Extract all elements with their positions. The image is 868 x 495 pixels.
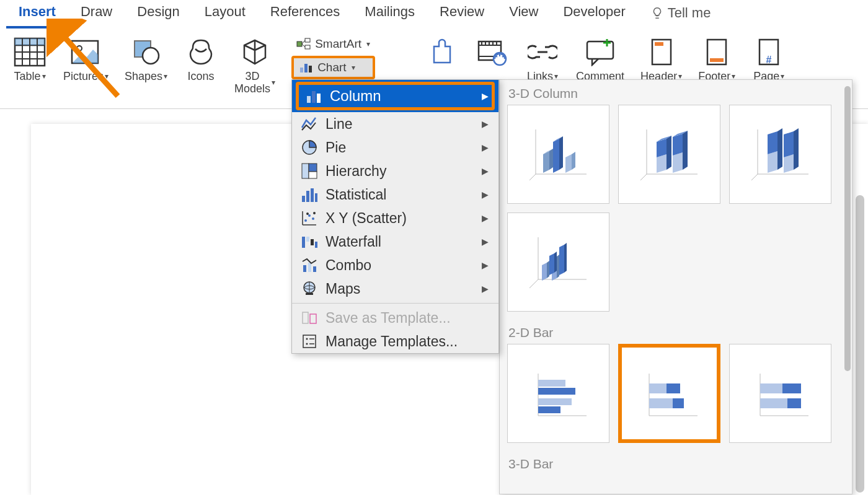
- hierarchy-chart-icon: [301, 162, 318, 180]
- tab-review[interactable]: Review: [427, 0, 497, 28]
- 3d-models-label: 3D Models: [234, 71, 270, 95]
- menu-item-combo[interactable]: Combo ▶: [292, 253, 498, 277]
- smartart-button[interactable]: SmartArt ▾: [291, 35, 375, 53]
- svg-rect-88: [538, 388, 575, 395]
- menu-label: Save as Template...: [326, 310, 451, 326]
- tab-references[interactable]: References: [258, 0, 353, 28]
- svg-point-9: [77, 46, 82, 51]
- comment-button[interactable]: Comment: [576, 35, 624, 83]
- tab-insert[interactable]: Insert: [6, 0, 68, 28]
- menu-item-pie[interactable]: Pie ▶: [292, 136, 498, 159]
- svg-rect-58: [306, 237, 309, 242]
- gallery-2d-100-stacked-bar[interactable]: [729, 344, 831, 443]
- tab-draw[interactable]: Draw: [68, 0, 125, 28]
- gallery-section-2d-bar: 2-D Bar: [500, 319, 852, 344]
- svg-rect-35: [710, 58, 724, 62]
- menu-item-column[interactable]: Column ▶: [292, 80, 498, 112]
- gallery-3d-clustered-column[interactable]: [507, 105, 609, 204]
- pie-chart-icon: [301, 139, 318, 156]
- menu-label: Combo: [326, 257, 371, 274]
- tab-view[interactable]: View: [497, 0, 551, 28]
- submenu-arrow-icon: ▶: [482, 260, 489, 270]
- menu-item-hierarchy[interactable]: Hierarchy ▶: [292, 159, 498, 183]
- page-number-icon: #: [751, 35, 786, 69]
- chart-label: Chart: [317, 61, 346, 74]
- shapes-button[interactable]: Shapes▾: [125, 35, 167, 83]
- submenu-arrow-icon: ▶: [482, 119, 489, 129]
- svg-rect-26: [492, 42, 494, 45]
- page-number-button[interactable]: # Page▾: [751, 35, 786, 83]
- chart-icon: [299, 61, 314, 74]
- 3d-models-button[interactable]: 3D Models▾: [234, 35, 275, 95]
- tab-mailings[interactable]: Mailings: [352, 0, 427, 28]
- svg-rect-44: [309, 164, 317, 172]
- svg-rect-40: [312, 91, 316, 103]
- svg-rect-67: [310, 314, 316, 323]
- tab-design[interactable]: Design: [125, 0, 192, 28]
- addins-button[interactable]: [423, 35, 458, 82]
- gallery-2d-clustered-bar[interactable]: [507, 344, 609, 443]
- svg-rect-49: [315, 193, 317, 202]
- chart-button[interactable]: Chart ▾: [291, 56, 375, 79]
- svg-rect-94: [666, 383, 680, 393]
- menu-item-manage-templates[interactable]: Manage Templates...: [292, 330, 498, 353]
- menu-label: Hierarchy: [326, 163, 386, 180]
- chevron-down-icon: ▾: [105, 72, 108, 81]
- svg-rect-66: [303, 312, 308, 323]
- svg-rect-61: [303, 265, 306, 272]
- svg-rect-27: [496, 42, 497, 45]
- table-button[interactable]: Table▾: [12, 35, 47, 83]
- menu-label: Column: [330, 87, 381, 105]
- svg-point-56: [313, 212, 316, 214]
- svg-rect-47: [306, 191, 309, 202]
- comment-icon: [583, 35, 618, 69]
- svg-rect-29: [587, 42, 613, 59]
- gallery-2d-stacked-bar[interactable]: [618, 344, 720, 443]
- gallery-section-3d-column: 3-D Column: [500, 80, 852, 105]
- menu-item-waterfall[interactable]: Waterfall ▶: [292, 230, 498, 253]
- submenu-arrow-icon: ▶: [482, 166, 489, 176]
- menu-label: Waterfall: [326, 234, 381, 250]
- svg-rect-101: [760, 398, 787, 408]
- svg-line-81: [751, 174, 758, 180]
- svg-rect-59: [311, 239, 314, 245]
- submenu-arrow-icon: ▶: [482, 284, 489, 294]
- menu-item-scatter[interactable]: X Y (Scatter) ▶: [292, 206, 498, 230]
- menu-item-maps[interactable]: Maps ▶: [292, 277, 498, 300]
- chart-type-menu: Column ▶ Line ▶ Pie ▶ Hierarchy ▶ Statis…: [291, 79, 499, 354]
- svg-point-69: [306, 338, 308, 340]
- menu-label: Statistical: [326, 186, 386, 203]
- tab-developer[interactable]: Developer: [551, 0, 637, 28]
- links-button[interactable]: Links▾: [525, 35, 560, 83]
- gallery-3d-stacked-column[interactable]: [618, 105, 720, 204]
- icons-button[interactable]: Icons: [184, 35, 218, 83]
- submenu-arrow-icon: ▶: [482, 190, 489, 199]
- svg-rect-63: [313, 266, 316, 272]
- svg-rect-23: [481, 42, 482, 45]
- gallery-3d-column[interactable]: [507, 212, 609, 312]
- svg-point-54: [312, 217, 314, 220]
- svg-rect-12: [297, 42, 302, 46]
- svg-point-52: [304, 219, 307, 222]
- menu-label: Pie: [326, 139, 346, 156]
- document-scrollbar[interactable]: [856, 195, 864, 493]
- tab-layout[interactable]: Layout: [192, 0, 258, 28]
- table-label: Table: [14, 71, 40, 83]
- gallery-scrollbar[interactable]: [844, 86, 851, 489]
- gallery-3d-100-stacked-column[interactable]: [729, 105, 831, 204]
- shapes-icon: [129, 35, 164, 69]
- svg-rect-102: [787, 398, 801, 408]
- footer-button[interactable]: Footer▾: [698, 35, 735, 83]
- svg-rect-99: [760, 383, 782, 393]
- media-button[interactable]: [474, 35, 509, 82]
- pictures-button[interactable]: Pictures▾: [63, 35, 108, 83]
- links-icon: [525, 35, 560, 69]
- header-button[interactable]: Header▾: [640, 35, 682, 83]
- svg-rect-95: [649, 398, 673, 408]
- menu-item-statistical[interactable]: Statistical ▶: [292, 183, 498, 206]
- menu-item-line[interactable]: Line ▶: [292, 112, 498, 136]
- icons-label: Icons: [188, 71, 215, 83]
- statistical-chart-icon: [301, 186, 318, 203]
- svg-rect-68: [303, 335, 316, 348]
- tell-me[interactable]: Tell me: [638, 0, 724, 28]
